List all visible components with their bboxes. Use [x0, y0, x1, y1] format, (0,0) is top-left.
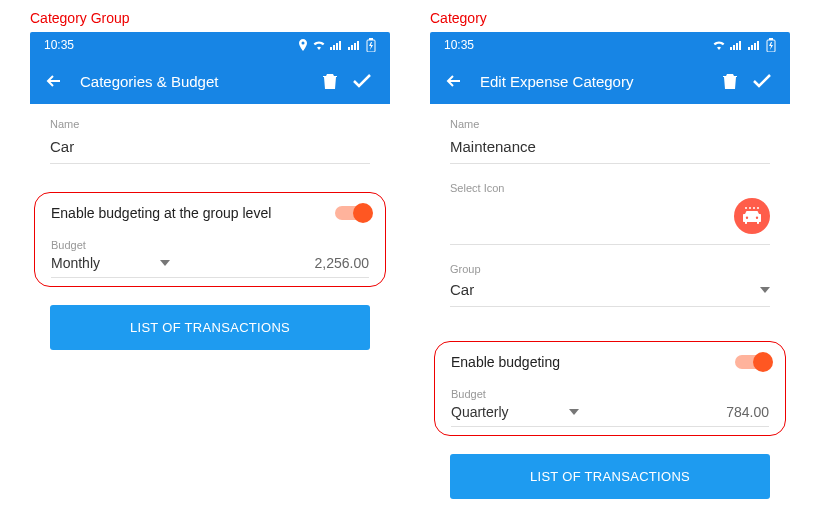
status-icons: [298, 38, 376, 52]
svg-rect-9: [369, 38, 373, 40]
trash-icon: [322, 72, 338, 90]
svg-rect-11: [733, 45, 735, 50]
wifi-icon: [312, 40, 326, 50]
budget-highlight-box: Enable budgeting at the group level Budg…: [34, 192, 386, 287]
arrow-left-icon: [45, 72, 63, 90]
svg-point-20: [745, 207, 747, 209]
status-time: 10:35: [44, 38, 74, 52]
svg-rect-0: [330, 47, 332, 50]
battery-icon: [366, 38, 376, 52]
budget-amount[interactable]: 2,256.00: [315, 255, 370, 271]
select-icon-label: Select Icon: [450, 182, 770, 194]
signal-icon: [730, 40, 744, 50]
wifi-icon: [712, 40, 726, 50]
svg-rect-17: [757, 41, 759, 50]
name-label: Name: [50, 118, 370, 130]
signal2-icon: [748, 40, 762, 50]
period-value: Monthly: [51, 255, 100, 271]
chevron-down-icon: [569, 409, 579, 415]
svg-point-21: [749, 207, 751, 209]
status-time: 10:35: [444, 38, 474, 52]
budget-label: Budget: [51, 239, 369, 251]
enable-budget-toggle[interactable]: [735, 355, 769, 369]
period-dropdown[interactable]: Monthly: [51, 255, 170, 271]
group-label: Group: [450, 263, 770, 275]
svg-rect-3: [339, 41, 341, 50]
svg-point-22: [753, 207, 755, 209]
right-phone: 10:35 Edit Expense Category: [430, 32, 790, 499]
right-annotation-label: Category: [430, 10, 790, 26]
left-annotation-label: Category Group: [30, 10, 390, 26]
svg-rect-5: [351, 45, 353, 50]
location-icon: [298, 39, 308, 51]
signal-icon: [330, 40, 344, 50]
svg-rect-10: [730, 47, 732, 50]
battery-icon: [766, 38, 776, 52]
check-icon: [752, 73, 772, 89]
svg-rect-1: [333, 45, 335, 50]
svg-rect-12: [736, 43, 738, 50]
name-input[interactable]: [450, 134, 770, 164]
svg-rect-15: [751, 45, 753, 50]
left-content: Name: [30, 104, 390, 192]
budget-amount[interactable]: 784.00: [726, 404, 769, 420]
left-phone: 10:35 Categories & Budget: [30, 32, 390, 350]
svg-rect-13: [739, 41, 741, 50]
svg-rect-6: [354, 43, 356, 50]
delete-button[interactable]: [314, 65, 346, 97]
status-bar: 10:35: [30, 32, 390, 58]
list-transactions-button[interactable]: LIST OF TRANSACTIONS: [450, 454, 770, 499]
enable-budget-label: Enable budgeting at the group level: [51, 205, 271, 221]
confirm-button[interactable]: [346, 65, 378, 97]
chevron-down-icon: [760, 287, 770, 293]
confirm-button[interactable]: [746, 65, 778, 97]
car-wash-icon: [741, 205, 763, 227]
category-icon-picker[interactable]: [734, 198, 770, 234]
name-label: Name: [450, 118, 770, 130]
svg-rect-2: [336, 43, 338, 50]
back-button[interactable]: [442, 69, 466, 93]
arrow-left-icon: [445, 72, 463, 90]
status-bar: 10:35: [430, 32, 790, 58]
period-dropdown[interactable]: Quarterly: [451, 404, 579, 420]
screen-title: Edit Expense Category: [480, 73, 714, 90]
list-transactions-button[interactable]: LIST OF TRANSACTIONS: [50, 305, 370, 350]
enable-budget-label: Enable budgeting: [451, 354, 560, 370]
right-content: Name Select Icon Group Car: [430, 104, 790, 335]
svg-point-23: [757, 207, 759, 209]
svg-rect-14: [748, 47, 750, 50]
chevron-down-icon: [160, 260, 170, 266]
screen-title: Categories & Budget: [80, 73, 314, 90]
delete-button[interactable]: [714, 65, 746, 97]
group-dropdown[interactable]: Car: [450, 279, 770, 307]
group-value: Car: [450, 281, 474, 298]
status-icons: [712, 38, 776, 52]
svg-rect-4: [348, 47, 350, 50]
name-input[interactable]: [50, 134, 370, 164]
svg-rect-19: [769, 38, 773, 40]
enable-budget-toggle[interactable]: [335, 206, 369, 220]
trash-icon: [722, 72, 738, 90]
signal2-icon: [348, 40, 362, 50]
back-button[interactable]: [42, 69, 66, 93]
app-bar: Edit Expense Category: [430, 58, 790, 104]
check-icon: [352, 73, 372, 89]
budget-highlight-box: Enable budgeting Budget Quarterly 784.00: [434, 341, 786, 436]
period-value: Quarterly: [451, 404, 509, 420]
svg-rect-7: [357, 41, 359, 50]
app-bar: Categories & Budget: [30, 58, 390, 104]
budget-label: Budget: [451, 388, 769, 400]
svg-rect-16: [754, 43, 756, 50]
